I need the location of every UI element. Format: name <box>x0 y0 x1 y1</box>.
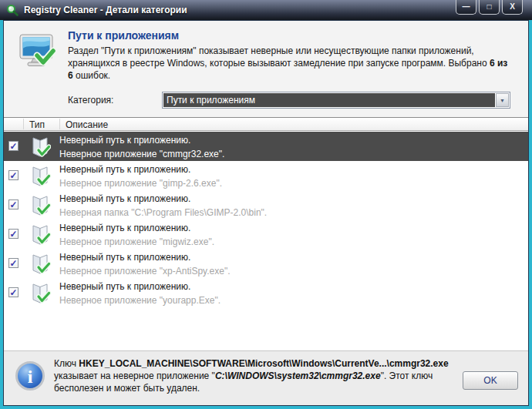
row-checkbox[interactable]: ✓ <box>8 170 19 180</box>
folder-check-icon <box>29 164 51 187</box>
info-icon: i <box>15 361 45 391</box>
registry-cleaner-window: Registry Cleaner - Детали категории — □ … <box>0 0 532 409</box>
error-list: ✓ Неверный путь к приложению. Неверное п… <box>4 132 528 350</box>
table-row[interactable]: ✓ Неверный путь к приложению. Неверное п… <box>4 161 528 190</box>
header-panel: Пути к приложениям Раздел "Пути к прилож… <box>4 21 528 117</box>
description-tail: ошибок. <box>73 70 110 81</box>
column-header-description[interactable]: Описание <box>66 119 108 130</box>
titlebar: Registry Cleaner - Детали категории — □ … <box>0 0 532 20</box>
invalid-path: C:\WINDOWS\system32\cmmgr32.exe <box>215 370 381 381</box>
folder-check-icon <box>29 223 51 246</box>
window-title: Registry Cleaner - Детали категории <box>24 5 187 15</box>
window-content: Пути к приложениям Раздел "Пути к прилож… <box>3 20 529 406</box>
row-line2: Неверное приложение "migwiz.exe". <box>59 236 214 247</box>
page-title: Пути к приложениям <box>68 29 179 42</box>
folder-check-icon <box>29 135 51 158</box>
table-row[interactable]: ✓ Неверный путь к приложению. Неверное п… <box>4 132 528 161</box>
registry-key: HKEY_LOCAL_MACHINE\SOFTWARE\Microsoft\Wi… <box>79 358 448 369</box>
maximize-button[interactable]: □ <box>479 0 500 15</box>
checkmark-icon: ✓ <box>9 199 17 210</box>
window-controls: — □ X <box>456 0 523 15</box>
list-header: Тип Описание <box>4 117 528 131</box>
column-header-type[interactable]: Тип <box>29 119 45 130</box>
row-checkbox[interactable]: ✓ <box>8 229 19 239</box>
info-key-prefix: Ключ <box>54 358 79 369</box>
info-last-line: бесполезен и может быть удален. <box>54 383 200 394</box>
info-mid: указывает на неверное приложение " <box>54 370 215 381</box>
row-line2: Неверная папка "C:\Program Files\GIMP-2.… <box>59 207 267 218</box>
checkmark-icon: ✓ <box>9 141 17 152</box>
checkmark-icon: ✓ <box>9 170 17 181</box>
checkmark-icon: ✓ <box>9 229 17 240</box>
row-line1: Неверный путь к приложению. <box>59 135 190 146</box>
category-label: Категория: <box>68 95 113 106</box>
magnifier-icon <box>6 4 19 16</box>
column-divider <box>23 119 24 129</box>
row-line1: Неверный путь к приложению. <box>59 252 190 263</box>
dropdown-arrow-button[interactable]: ▼ <box>496 93 509 107</box>
row-line2: Неверное приложение "xp-AntiSpy.exe". <box>59 266 231 277</box>
row-line1: Неверный путь к приложению. <box>59 281 190 292</box>
row-line1: Неверный путь к приложению. <box>59 193 190 204</box>
row-checkbox[interactable]: ✓ <box>8 258 19 268</box>
minimize-button[interactable]: — <box>456 0 476 15</box>
table-row[interactable]: ✓ Неверный путь к приложению. Неверная п… <box>4 190 528 220</box>
column-divider <box>59 119 60 129</box>
row-line2: Неверное приложение "cmmgr32.exe". <box>59 149 224 159</box>
table-row[interactable]: ✓ Неверный путь к приложению. Неверное п… <box>4 220 528 249</box>
row-line2: Неверное приложение "gimp-2.6.exe". <box>59 178 222 189</box>
info-glyph: i <box>28 367 33 387</box>
info-text: Ключ HKEY_LOCAL_MACHINE\SOFTWARE\Microso… <box>54 357 459 394</box>
page-description: Раздел "Пути к приложениям" показывает н… <box>68 45 515 82</box>
row-line1: Неверный путь к приложению. <box>59 164 190 175</box>
close-button[interactable]: X <box>502 0 523 15</box>
category-selected-value: Пути к приложениям <box>163 93 495 107</box>
folder-check-icon <box>29 193 51 216</box>
description-text: Раздел "Пути к приложениям" показывает н… <box>68 45 490 69</box>
category-select[interactable]: Пути к приложениям ▼ <box>162 92 510 109</box>
row-line1: Неверный путь к приложению. <box>59 223 190 233</box>
row-checkbox[interactable]: ✓ <box>8 199 19 210</box>
table-row[interactable]: ✓ Неверный путь к приложению. Неверное п… <box>4 278 528 307</box>
row-checkbox[interactable]: ✓ <box>8 141 19 151</box>
row-line2: Неверное приложение "yourapp.Exe". <box>59 295 221 306</box>
chevron-down-icon: ▼ <box>500 98 505 103</box>
monitor-check-icon <box>19 32 56 69</box>
checkmark-icon: ✓ <box>9 258 17 269</box>
folder-check-icon <box>29 252 51 275</box>
ok-button[interactable]: OK <box>463 371 518 390</box>
info-after-path: ". Этот ключ <box>381 370 433 381</box>
table-row[interactable]: ✓ Неверный путь к приложению. Неверное п… <box>4 249 528 278</box>
info-panel: i Ключ HKEY_LOCAL_MACHINE\SOFTWARE\Micro… <box>4 350 528 405</box>
folder-check-icon <box>29 281 51 304</box>
checkmark-icon: ✓ <box>9 287 17 298</box>
row-checkbox[interactable]: ✓ <box>8 287 19 297</box>
